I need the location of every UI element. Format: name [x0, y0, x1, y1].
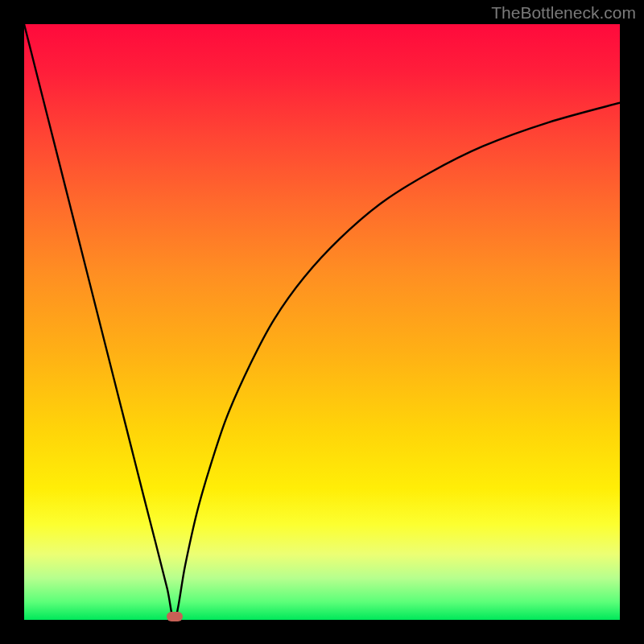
plot-area: [24, 24, 620, 620]
watermark-text: TheBottleneck.com: [491, 3, 636, 23]
minimum-marker: [167, 612, 183, 621]
curve-svg: [24, 24, 620, 620]
curve-path: [24, 24, 620, 620]
chart-frame: TheBottleneck.com: [0, 0, 644, 644]
